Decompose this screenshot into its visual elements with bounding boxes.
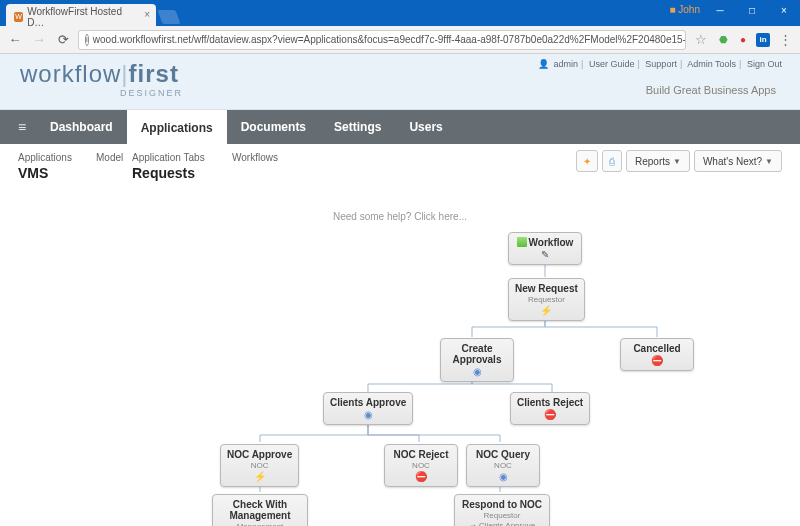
nav-applications[interactable]: Applications [127,110,227,144]
nav-documents[interactable]: Documents [227,110,320,144]
nav-settings[interactable]: Settings [320,110,395,144]
url-text: wood.workflowfirst.net/wff/dataview.aspx… [93,34,686,45]
node-workflow[interactable]: Workflow ✎ [508,232,582,265]
logo-subtitle: DESIGNER [120,88,183,98]
hamburger-icon[interactable]: ≡ [8,110,36,144]
forward-button[interactable]: → [30,31,48,49]
node-create-approvals[interactable]: CreateApprovals ◉ [440,338,514,382]
tab-close-icon[interactable]: × [144,9,150,20]
app-logo[interactable]: workflow|first [20,60,179,88]
window-controls: ─ □ × [704,0,800,20]
node-new-request[interactable]: New Request Requestor ⚡ [508,278,585,321]
new-tab-button[interactable] [157,10,180,24]
node-clients-approve[interactable]: Clients Approve ◉ [323,392,413,425]
browser-tab[interactable]: W WorkflowFirst Hosted D… × [6,4,156,26]
lightning-icon: ⚡ [227,472,292,482]
crumb-title-vms: VMS [18,165,96,181]
lightning-icon: ⚡ [515,306,578,316]
crumb-title-requests: Requests [132,165,232,181]
node-noc-reject[interactable]: NOC Reject NOC ⛔ [384,444,458,487]
site-info-icon[interactable]: i [85,34,89,46]
workflow-icon [517,237,527,247]
tab-title: WorkflowFirst Hosted D… [27,6,132,28]
link-admin-tools[interactable]: Admin Tools [687,59,736,69]
tool-print-icon[interactable]: ⎙ [602,150,622,172]
window-minimize-button[interactable]: ─ [704,0,736,20]
chrome-user-badge[interactable]: ■ John [669,4,700,15]
globe-icon: ◉ [447,367,507,377]
window-maximize-button[interactable]: □ [736,0,768,20]
node-clients-reject[interactable]: Clients Reject ⛔ [510,392,590,425]
node-check-mgmt[interactable]: Check WithManagement Management ◉ [212,494,308,526]
main-nav: ≡ Dashboard Applications Documents Setti… [0,110,800,144]
page-content: workflow|first DESIGNER 👤 admin| User Gu… [0,54,800,526]
crumb-applications[interactable]: Applications [18,152,96,163]
window-close-button[interactable]: × [768,0,800,20]
extension-icons: ⬣ ● in [716,33,770,47]
link-support[interactable]: Support [645,59,677,69]
workflow-diagram: Workflow ✎ New Request Requestor ⚡ Creat… [0,222,800,526]
node-cancelled[interactable]: Cancelled ⛔ [620,338,694,371]
tab-favicon: W [14,12,23,22]
app-header: workflow|first DESIGNER 👤 admin| User Gu… [0,54,800,110]
crumb-app-tabs[interactable]: Application Tabs [132,152,232,163]
node-noc-query[interactable]: NOC Query NOC ◉ [466,444,540,487]
nav-dashboard[interactable]: Dashboard [36,110,127,144]
back-button[interactable]: ← [6,31,24,49]
help-hint[interactable]: Need some help? Click here... [0,211,800,222]
browser-titlebar: W WorkflowFirst Hosted D… × ■ John ─ □ × [0,0,800,26]
crumb-model[interactable]: Model [96,152,132,163]
person-icon: 👤 [538,59,549,69]
stop-icon: ⛔ [391,472,451,482]
browser-toolbar: ← → ⟳ i wood.workflowfirst.net/wff/datav… [0,26,800,54]
crumb-workflows[interactable]: Workflows [232,152,310,163]
nav-users[interactable]: Users [395,110,456,144]
edit-icon[interactable]: ✎ [515,250,575,260]
ext-icon-2[interactable]: ● [736,33,750,47]
stop-icon: ⛔ [517,410,583,420]
node-noc-approve[interactable]: NOC Approve NOC ⚡ [220,444,299,487]
tool-refresh-icon[interactable]: ✦ [576,150,598,172]
link-user-guide[interactable]: User Guide [589,59,635,69]
reports-dropdown[interactable]: Reports ▼ [626,150,690,172]
header-links: 👤 admin| User Guide| Support| Admin Tool… [538,59,782,69]
sub-header: Applications VMS Model Application Tabs … [0,144,800,185]
chrome-menu-icon[interactable]: ⋮ [776,31,794,49]
page-toolbar: ✦ ⎙ Reports ▼ What's Next? ▼ [576,150,782,172]
link-sign-out[interactable]: Sign Out [747,59,782,69]
stop-icon: ⛔ [627,356,687,366]
globe-icon: ◉ [330,410,406,420]
address-bar[interactable]: i wood.workflowfirst.net/wff/dataview.as… [78,30,686,50]
ext-icon-3[interactable]: in [756,33,770,47]
ext-icon-1[interactable]: ⬣ [716,33,730,47]
arrow-right-icon: → [469,521,477,526]
tagline: Build Great Business Apps [646,84,776,96]
reload-button[interactable]: ⟳ [54,31,72,49]
bookmark-star-icon[interactable]: ☆ [692,31,710,49]
link-admin[interactable]: admin [554,59,579,69]
node-respond-noc[interactable]: Respond to NOC Requestor → Clients Appro… [454,494,550,526]
whats-next-dropdown[interactable]: What's Next? ▼ [694,150,782,172]
globe-icon: ◉ [473,472,533,482]
